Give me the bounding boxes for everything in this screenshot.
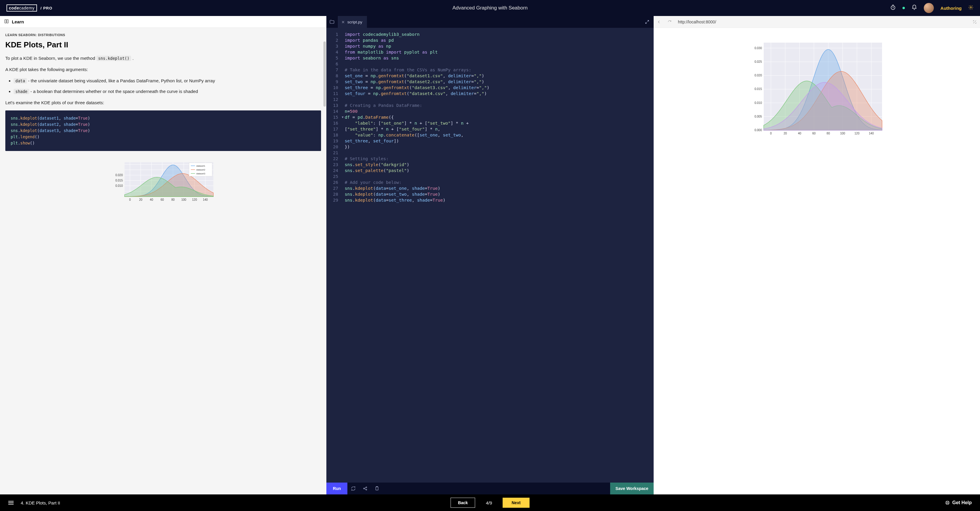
fold-column[interactable]: ▼	[340, 28, 345, 482]
svg-text:0.015: 0.015	[754, 87, 762, 91]
gear-icon[interactable]	[968, 5, 974, 11]
save-workspace-button[interactable]: Save Workspace	[610, 482, 654, 494]
editor-actions: Run Save Workspace	[326, 482, 654, 494]
main-area: Learn LEARN SEABORN: DISTRIBUTIONS KDE P…	[0, 16, 980, 494]
progress-indicator: 4/9	[486, 500, 492, 505]
examine-text: Let's examine the KDE plots of our three…	[5, 99, 321, 106]
logo-group[interactable]: codecademy / PRO	[6, 5, 52, 11]
li2-code: shade	[14, 89, 29, 94]
lesson-eyebrow: LEARN SEABORN: DISTRIBUTIONS	[5, 33, 321, 37]
svg-text:120: 120	[854, 132, 859, 135]
scrollbar-thumb[interactable]	[323, 42, 326, 107]
args-intro: A KDE plot takes the following arguments…	[5, 66, 321, 73]
learn-label: Learn	[12, 19, 24, 24]
reset-icon[interactable]	[347, 482, 359, 494]
bottom-bar: 4. KDE Plots, Part II Back 4/9 Next Get …	[0, 494, 980, 511]
browser-panel: http://localhost:8000/ 02040608010012014…	[654, 16, 980, 494]
get-help-label: Get Help	[952, 500, 972, 505]
logo-sub: cademy	[19, 6, 35, 10]
lesson-example-chart: 0204060801001201400.0100.0150.020dataset…	[110, 159, 216, 204]
browser-bar: http://localhost:8000/	[654, 16, 980, 28]
svg-text:0.005: 0.005	[754, 115, 762, 118]
status-dot	[902, 7, 905, 9]
tab-label: script.py	[347, 20, 362, 24]
top-bar: codecademy / PRO Advanced Graphing with …	[0, 0, 980, 16]
bottom-title: 4. KDE Plots, Part II	[21, 500, 60, 505]
li1-text: - the univariate dataset being visualize…	[27, 78, 215, 83]
clipboard-icon[interactable]	[371, 482, 383, 494]
avatar[interactable]	[924, 3, 934, 13]
learn-header: Learn	[0, 16, 326, 28]
browser-viewport: 0204060801001201400.0000.0050.0100.0150.…	[654, 28, 980, 494]
svg-text:60: 60	[812, 132, 816, 135]
share-icon[interactable]	[359, 482, 371, 494]
svg-text:0.000: 0.000	[754, 128, 762, 132]
intro-code: sns.kdeplot()	[97, 56, 131, 61]
timer-icon[interactable]	[890, 5, 896, 11]
reload-icon[interactable]	[664, 16, 675, 28]
svg-text:0: 0	[129, 198, 131, 201]
svg-text:0.025: 0.025	[754, 60, 762, 63]
run-button[interactable]: Run	[326, 482, 347, 494]
editor-panel: script.py 123456789101112131415161718192…	[326, 16, 654, 494]
svg-text:40: 40	[150, 198, 154, 201]
svg-text:80: 80	[172, 198, 175, 201]
editor-body[interactable]: 1234567891011121314151617181920212223242…	[326, 28, 654, 482]
svg-point-1	[970, 7, 972, 8]
svg-text:100: 100	[181, 198, 186, 201]
lesson-panel: Learn LEARN SEABORN: DISTRIBUTIONS KDE P…	[0, 16, 326, 494]
svg-text:20: 20	[139, 198, 143, 201]
bell-icon[interactable]	[912, 5, 917, 11]
lesson-code-block: sns.kdeplot(dataset1, shade=True) sns.kd…	[5, 110, 321, 151]
svg-text:20: 20	[784, 132, 787, 135]
svg-rect-39	[376, 487, 378, 490]
menu-icon[interactable]	[8, 501, 14, 505]
svg-text:dataset2: dataset2	[196, 168, 205, 171]
li2-text: - a boolean that determines whether or n…	[29, 89, 198, 94]
svg-text:dataset1: dataset1	[196, 164, 205, 167]
code-lines[interactable]: import codecademylib3_seabornimport pand…	[345, 28, 654, 482]
intro-b: .	[131, 56, 134, 61]
svg-text:0.010: 0.010	[115, 184, 123, 187]
svg-text:0: 0	[770, 132, 772, 135]
authoring-link[interactable]: Authoring	[940, 6, 962, 11]
next-button[interactable]: Next	[503, 498, 529, 508]
li1-code: data	[14, 78, 27, 83]
svg-text:140: 140	[869, 132, 874, 135]
get-help-button[interactable]: Get Help	[945, 500, 972, 505]
back-button[interactable]: Back	[451, 498, 475, 508]
editor-tabs: script.py	[326, 16, 654, 28]
svg-text:dataset3: dataset3	[196, 172, 205, 175]
back-arrow-icon[interactable]	[654, 16, 664, 28]
life-ring-icon	[945, 500, 950, 505]
svg-text:0.030: 0.030	[754, 46, 762, 50]
svg-text:0.020: 0.020	[115, 173, 123, 176]
line-gutter: 1234567891011121314151617181920212223242…	[326, 28, 340, 482]
svg-text:120: 120	[192, 198, 197, 201]
svg-point-72	[947, 502, 948, 503]
output-chart: 0204060801001201400.0000.0050.0100.0150.…	[749, 40, 885, 137]
svg-text:140: 140	[203, 198, 208, 201]
expand-icon[interactable]	[641, 16, 654, 28]
svg-text:40: 40	[798, 132, 801, 135]
logo-main: code	[9, 6, 19, 10]
svg-text:80: 80	[826, 132, 830, 135]
svg-text:0.020: 0.020	[754, 74, 762, 77]
svg-text:0.010: 0.010	[754, 101, 762, 104]
folder-icon[interactable]	[326, 16, 338, 28]
logo-pro: / PRO	[41, 6, 52, 10]
book-icon	[4, 19, 9, 25]
fullscreen-icon[interactable]	[969, 16, 980, 28]
lesson-title: KDE Plots, Part II	[5, 40, 321, 50]
svg-text:0.015: 0.015	[115, 179, 123, 182]
intro-a: To plot a KDE in Seaborn, we use the met…	[5, 56, 97, 61]
lesson-scroll[interactable]: LEARN SEABORN: DISTRIBUTIONS KDE Plots, …	[0, 28, 326, 494]
tab-script[interactable]: script.py	[338, 16, 367, 28]
close-icon[interactable]	[342, 21, 344, 23]
svg-text:100: 100	[840, 132, 845, 135]
course-title: Advanced Graphing with Seaborn	[452, 5, 528, 11]
lesson-body: To plot a KDE in Seaborn, we use the met…	[5, 55, 321, 209]
svg-text:60: 60	[161, 198, 164, 201]
url-field[interactable]: http://localhost:8000/	[675, 19, 969, 24]
